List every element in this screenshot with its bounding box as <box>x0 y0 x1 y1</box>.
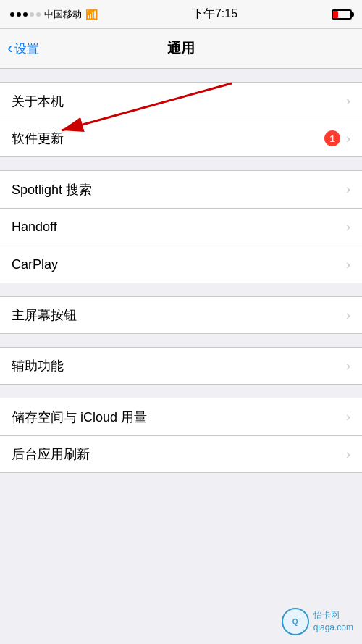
status-bar: 中国移动 📶 下午7:15 <box>0 0 362 29</box>
settings-item-spotlight[interactable]: Spotlight 搜索 › <box>0 170 362 208</box>
status-left: 中国移动 📶 <box>10 8 98 21</box>
software-update-chevron-icon: › <box>346 131 350 146</box>
settings-content: 关于本机 › 软件更新 1 › Spotlight 搜索 › Handoff ›… <box>0 69 362 473</box>
carplay-label: CarPlay <box>12 257 346 272</box>
settings-item-carplay[interactable]: CarPlay › <box>0 246 362 283</box>
about-chevron-icon: › <box>346 93 350 109</box>
watermark: Q 怡卡网qiaga.com <box>282 608 353 635</box>
back-button[interactable]: ‹ 设置 <box>7 39 39 58</box>
home-button-label: 主屏幕按钮 <box>12 306 346 324</box>
settings-group-1: 关于本机 › 软件更新 1 › <box>0 82 362 157</box>
settings-item-software-update[interactable]: 软件更新 1 › <box>0 120 362 157</box>
about-label: 关于本机 <box>12 93 346 110</box>
settings-item-home-button[interactable]: 主屏幕按钮 › <box>0 296 362 334</box>
status-right <box>332 9 352 20</box>
settings-item-about[interactable]: 关于本机 › <box>0 82 362 120</box>
accessibility-label: 辅助功能 <box>12 357 346 375</box>
home-button-chevron-icon: › <box>346 308 350 323</box>
background-refresh-label: 后台应用刷新 <box>12 446 346 463</box>
settings-group-3: 主屏幕按钮 › <box>0 296 362 334</box>
carrier-label: 中国移动 <box>44 8 82 21</box>
signal-icon <box>10 12 41 17</box>
spotlight-label: Spotlight 搜索 <box>12 181 346 198</box>
carplay-chevron-icon: › <box>346 257 350 272</box>
nav-title: 通用 <box>167 39 195 58</box>
signal-dot-5 <box>36 12 41 17</box>
settings-group-2: Spotlight 搜索 › Handoff › CarPlay › <box>0 170 362 283</box>
settings-group-4: 辅助功能 › <box>0 347 362 385</box>
settings-item-accessibility[interactable]: 辅助功能 › <box>0 347 362 385</box>
software-update-badge: 1 <box>324 130 340 146</box>
watermark-text: 怡卡网qiaga.com <box>313 609 353 634</box>
settings-item-handoff[interactable]: Handoff › <box>0 208 362 246</box>
handoff-chevron-icon: › <box>346 219 350 235</box>
handoff-label: Handoff <box>12 219 346 235</box>
battery-icon <box>332 9 352 20</box>
settings-group-5: 储存空间与 iCloud 用量 › 后台应用刷新 › <box>0 398 362 473</box>
wifi-icon: 📶 <box>85 9 98 20</box>
signal-dot-2 <box>17 12 21 17</box>
spotlight-chevron-icon: › <box>346 182 350 197</box>
icloud-storage-label: 储存空间与 iCloud 用量 <box>12 409 346 426</box>
status-time: 下午7:15 <box>192 7 237 22</box>
signal-dot-4 <box>30 12 34 17</box>
software-update-label: 软件更新 <box>12 130 324 147</box>
nav-bar: ‹ 设置 通用 <box>0 29 362 69</box>
icloud-storage-chevron-icon: › <box>346 409 350 425</box>
accessibility-chevron-icon: › <box>346 359 350 374</box>
back-label: 设置 <box>14 41 39 57</box>
settings-item-background-refresh[interactable]: 后台应用刷新 › <box>0 435 362 473</box>
battery-fill <box>333 11 338 18</box>
signal-dot-3 <box>23 12 28 17</box>
settings-item-icloud-storage[interactable]: 储存空间与 iCloud 用量 › <box>0 398 362 435</box>
back-chevron-icon: ‹ <box>7 39 12 58</box>
watermark-logo: Q <box>282 608 309 635</box>
background-refresh-chevron-icon: › <box>346 447 350 462</box>
signal-dot-1 <box>10 12 14 17</box>
